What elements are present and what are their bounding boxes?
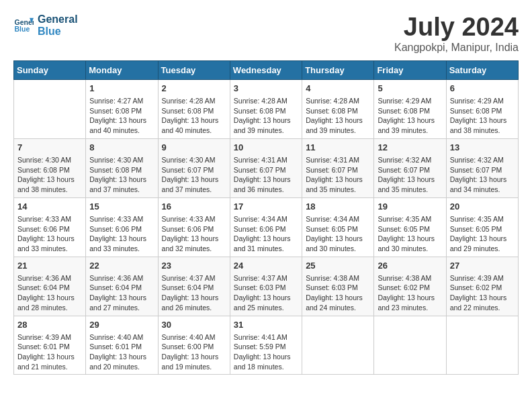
day-info: and 26 minutes. xyxy=(162,303,226,313)
day-number: 8 xyxy=(89,142,154,154)
day-info: Sunset: 6:02 PM xyxy=(450,283,515,293)
day-number: 7 xyxy=(17,142,82,154)
calendar-cell: 1Sunrise: 4:27 AMSunset: 6:08 PMDaylight… xyxy=(86,79,158,138)
day-info: Daylight: 13 hours xyxy=(234,175,298,185)
calendar-cell: 26Sunrise: 4:38 AMSunset: 6:02 PMDayligh… xyxy=(374,257,446,316)
day-info: Sunrise: 4:35 AM xyxy=(450,214,515,224)
logo: General Blue General Blue xyxy=(13,13,78,38)
calendar-cell: 24Sunrise: 4:37 AMSunset: 6:03 PMDayligh… xyxy=(230,257,302,316)
day-info: Sunrise: 4:31 AM xyxy=(306,155,370,165)
calendar-cell: 14Sunrise: 4:33 AMSunset: 6:06 PMDayligh… xyxy=(14,197,86,257)
day-info: and 38 minutes. xyxy=(450,126,515,136)
day-info: Daylight: 13 hours xyxy=(89,352,154,362)
day-info: Sunset: 6:01 PM xyxy=(17,342,82,352)
calendar-cell: 12Sunrise: 4:32 AMSunset: 6:07 PMDayligh… xyxy=(374,138,446,197)
day-info: and 28 minutes. xyxy=(17,303,82,313)
calendar-cell: 15Sunrise: 4:33 AMSunset: 6:06 PMDayligh… xyxy=(86,197,158,257)
day-number: 1 xyxy=(89,83,154,95)
header: General Blue General Blue July 2024 Kang… xyxy=(13,13,519,54)
day-info: Daylight: 13 hours xyxy=(450,116,515,126)
day-info: Sunset: 6:04 PM xyxy=(162,283,226,293)
logo-general: General xyxy=(38,13,78,26)
column-header-tuesday: Tuesday xyxy=(158,60,230,79)
calendar-cell xyxy=(302,316,374,375)
day-info: Sunset: 6:08 PM xyxy=(450,106,515,116)
day-number: 4 xyxy=(306,83,370,95)
day-number: 2 xyxy=(162,83,226,95)
day-info: Sunrise: 4:38 AM xyxy=(306,273,370,283)
week-row-2: 7Sunrise: 4:30 AMSunset: 6:08 PMDaylight… xyxy=(14,138,519,197)
day-number: 28 xyxy=(17,319,82,331)
day-info: and 25 minutes. xyxy=(234,303,298,313)
calendar-cell: 30Sunrise: 4:40 AMSunset: 6:00 PMDayligh… xyxy=(158,316,230,375)
calendar-cell: 31Sunrise: 4:41 AMSunset: 5:59 PMDayligh… xyxy=(230,316,302,375)
day-info: Daylight: 13 hours xyxy=(306,234,370,244)
calendar-cell: 11Sunrise: 4:31 AMSunset: 6:07 PMDayligh… xyxy=(302,138,374,197)
day-info: Sunset: 6:05 PM xyxy=(378,224,442,234)
day-number: 27 xyxy=(450,260,515,272)
day-info: and 40 minutes. xyxy=(89,126,154,136)
day-info: Daylight: 13 hours xyxy=(306,116,370,126)
calendar-header-row: SundayMondayTuesdayWednesdayThursdayFrid… xyxy=(14,60,519,79)
calendar-cell: 20Sunrise: 4:35 AMSunset: 6:05 PMDayligh… xyxy=(446,197,518,257)
day-info: and 38 minutes. xyxy=(17,185,82,195)
day-info: Sunrise: 4:32 AM xyxy=(450,155,515,165)
day-info: Sunrise: 4:27 AM xyxy=(89,96,154,106)
week-row-3: 14Sunrise: 4:33 AMSunset: 6:06 PMDayligh… xyxy=(14,197,519,257)
calendar-cell: 9Sunrise: 4:30 AMSunset: 6:07 PMDaylight… xyxy=(158,138,230,197)
column-header-saturday: Saturday xyxy=(446,60,518,79)
calendar-cell: 13Sunrise: 4:32 AMSunset: 6:07 PMDayligh… xyxy=(446,138,518,197)
day-number: 16 xyxy=(162,201,226,213)
day-info: Sunrise: 4:30 AM xyxy=(17,155,82,165)
day-info: and 29 minutes. xyxy=(450,244,515,254)
day-info: Sunset: 6:01 PM xyxy=(89,342,154,352)
day-info: Sunset: 6:06 PM xyxy=(89,224,154,234)
day-info: Daylight: 13 hours xyxy=(378,293,442,303)
day-info: Sunset: 5:59 PM xyxy=(234,342,298,352)
day-info: and 30 minutes. xyxy=(306,244,370,254)
day-info: and 39 minutes. xyxy=(306,126,370,136)
day-info: Daylight: 13 hours xyxy=(450,234,515,244)
day-info: Sunrise: 4:28 AM xyxy=(234,96,298,106)
day-info: and 24 minutes. xyxy=(306,303,370,313)
day-info: Sunset: 6:08 PM xyxy=(234,106,298,116)
day-number: 6 xyxy=(450,83,515,95)
calendar-cell: 25Sunrise: 4:38 AMSunset: 6:03 PMDayligh… xyxy=(302,257,374,316)
day-info: Sunset: 6:07 PM xyxy=(162,165,226,175)
day-info: and 23 minutes. xyxy=(378,303,442,313)
day-number: 22 xyxy=(89,260,154,272)
calendar-table: SundayMondayTuesdayWednesdayThursdayFrid… xyxy=(13,60,519,375)
day-info: Sunrise: 4:28 AM xyxy=(306,96,370,106)
day-number: 11 xyxy=(306,142,370,154)
day-info: Sunset: 6:04 PM xyxy=(17,283,82,293)
day-info: and 37 minutes. xyxy=(89,185,154,195)
calendar-cell: 16Sunrise: 4:33 AMSunset: 6:06 PMDayligh… xyxy=(158,197,230,257)
calendar-cell: 7Sunrise: 4:30 AMSunset: 6:08 PMDaylight… xyxy=(14,138,86,197)
main-title: July 2024 xyxy=(394,13,519,42)
calendar-cell xyxy=(14,79,86,138)
calendar-cell: 27Sunrise: 4:39 AMSunset: 6:02 PMDayligh… xyxy=(446,257,518,316)
day-number: 17 xyxy=(234,201,298,213)
day-info: and 30 minutes. xyxy=(378,244,442,254)
day-info: Sunset: 6:05 PM xyxy=(306,224,370,234)
logo-icon: General Blue xyxy=(13,15,34,36)
day-info: Sunrise: 4:36 AM xyxy=(17,273,82,283)
day-number: 29 xyxy=(89,319,154,331)
day-info: Sunset: 6:07 PM xyxy=(234,165,298,175)
calendar-cell: 28Sunrise: 4:39 AMSunset: 6:01 PMDayligh… xyxy=(14,316,86,375)
calendar-cell: 5Sunrise: 4:29 AMSunset: 6:08 PMDaylight… xyxy=(374,79,446,138)
day-info: and 22 minutes. xyxy=(450,303,515,313)
day-info: and 32 minutes. xyxy=(162,244,226,254)
logo-blue: Blue xyxy=(38,26,78,38)
calendar-cell: 29Sunrise: 4:40 AMSunset: 6:01 PMDayligh… xyxy=(86,316,158,375)
day-info: Sunset: 6:00 PM xyxy=(162,342,226,352)
day-number: 23 xyxy=(162,260,226,272)
day-info: Daylight: 13 hours xyxy=(162,116,226,126)
day-info: Sunrise: 4:38 AM xyxy=(378,273,442,283)
day-info: Daylight: 13 hours xyxy=(378,116,442,126)
day-info: Sunrise: 4:39 AM xyxy=(450,273,515,283)
day-number: 15 xyxy=(89,201,154,213)
week-row-1: 1Sunrise: 4:27 AMSunset: 6:08 PMDaylight… xyxy=(14,79,519,138)
subtitle: Kangpokpi, Manipur, India xyxy=(394,42,519,54)
day-info: Daylight: 13 hours xyxy=(306,175,370,185)
